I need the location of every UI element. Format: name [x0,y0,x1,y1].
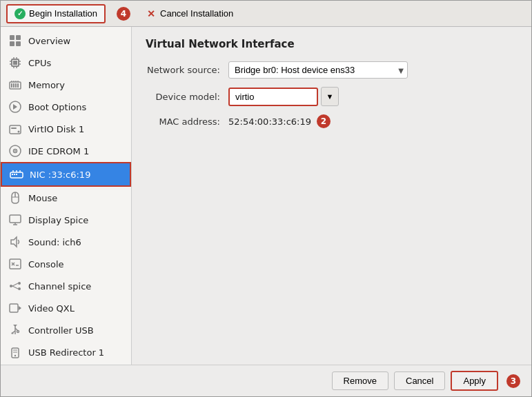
sidebar-item-cpus-label: CPUs [28,58,51,68]
usb-icon [8,323,23,338]
mac-address-row: MAC address: 52:54:00:33:c6:19 2 [146,114,518,128]
svg-rect-59 [12,333,14,334]
cancel-button[interactable]: Cancel [394,371,445,390]
usb-redirect-1-icon [8,345,23,360]
cancel-installation-label: Cancel Installation [160,8,233,19]
main-content: Overview CPUs Memory [1,27,531,365]
cpu-icon [8,55,23,70]
svg-line-50 [12,283,18,286]
right-panel: Virtual Network Interface Network source… [132,27,531,365]
sidebar-item-video-qxl-label: Video QXL [28,303,75,314]
check-icon: ✓ [14,8,26,19]
sidebar-item-virtio-disk[interactable]: VirtIO Disk 1 [1,118,131,140]
sidebar-item-nic-label: NIC :33:c6:19 [30,170,90,180]
device-model-row: Device model: ▼ [146,87,518,106]
svg-marker-53 [19,306,21,310]
device-model-input[interactable] [228,88,318,106]
sidebar-item-channel-spice-label: Channel spice [28,281,91,292]
network-source-select-wrapper: Bridge br0: Host device ens33 ▼ [228,61,408,79]
svg-line-51 [12,286,18,289]
step2-badge: 2 [317,114,331,128]
sidebar-item-display-spice-label: Display Spice [28,215,88,225]
svg-rect-15 [11,83,12,88]
sidebar-item-controller-usb[interactable]: Controller USB [1,319,131,341]
svg-rect-2 [10,41,14,46]
svg-rect-3 [16,41,21,46]
svg-marker-42 [11,237,17,247]
mac-address-value: 52:54:00:33:c6:19 [228,116,311,127]
sidebar-item-usb-redirector-1-label: USB Redirector 1 [28,347,104,358]
sidebar-item-virtio-disk-label: VirtIO Disk 1 [28,124,84,134]
panel-title: Virtual Network Interface [146,38,518,50]
sidebar-item-mouse[interactable]: Mouse [1,187,131,209]
sidebar-item-overview[interactable]: Overview [1,30,131,52]
begin-installation-button[interactable]: ✓ Begin Installation [6,4,106,23]
svg-rect-32 [14,174,15,175]
svg-point-29 [14,150,16,152]
sidebar-item-overview-label: Overview [28,36,70,46]
cancel-installation-button[interactable]: ✕ Cancel Installation [139,6,240,22]
cdrom-icon [8,143,23,159]
apply-button[interactable]: Apply [451,371,498,391]
sidebar-item-sound[interactable]: Sound: ich6 [1,231,131,253]
svg-rect-39 [10,215,21,223]
svg-point-48 [18,282,21,285]
sidebar-item-video-qxl[interactable]: Video QXL [1,297,131,319]
sidebar-item-console[interactable]: Console [1,253,131,275]
svg-rect-1 [16,35,21,40]
cancel-icon: ✕ [146,8,157,19]
svg-point-49 [18,287,21,290]
video-icon [8,301,23,316]
svg-rect-26 [11,128,17,129]
toolbar: ✓ Begin Installation 4 ✕ Cancel Installa… [1,1,531,27]
begin-installation-label: Begin Installation [29,8,97,19]
svg-point-25 [18,131,20,133]
sidebar-item-ide-cdrom[interactable]: IDE CDROM 1 [1,140,131,162]
sidebar-item-boot-options[interactable]: Boot Options [1,96,131,118]
memory-icon [8,77,23,92]
sidebar-item-memory-label: Memory [28,80,65,90]
svg-point-57 [17,331,19,333]
remove-button[interactable]: Remove [332,371,388,390]
overview-icon [8,33,23,48]
sidebar-item-mouse-label: Mouse [28,193,57,203]
main-window: ✓ Begin Installation 4 ✕ Cancel Installa… [0,0,532,397]
boot-icon [8,99,23,114]
network-source-select[interactable]: Bridge br0: Host device ens33 [228,61,408,79]
sidebar-item-boot-options-label: Boot Options [28,102,86,112]
bottom-bar: Remove Cancel Apply 3 [1,365,531,396]
sidebar: Overview CPUs Memory [1,27,132,365]
sidebar-item-memory[interactable]: Memory [1,74,131,96]
display-icon [8,212,23,227]
sidebar-item-ide-cdrom-label: IDE CDROM 1 [28,146,89,156]
svg-rect-16 [13,83,14,88]
nic-icon [9,167,24,182]
sidebar-item-cpus[interactable]: CPUs [1,52,131,74]
sidebar-list: Overview CPUs Memory [1,27,131,365]
svg-point-47 [10,285,12,287]
device-model-dropdown-arrow-icon: ▼ [326,92,334,101]
sidebar-item-channel-spice[interactable]: Channel spice [1,275,131,297]
sidebar-item-nic[interactable]: NIC :33:c6:19 [1,162,131,187]
disk-icon [8,121,23,136]
svg-rect-17 [15,83,17,88]
svg-rect-18 [17,83,19,88]
svg-rect-33 [16,174,17,175]
network-source-label: Network source: [146,65,228,75]
sidebar-item-controller-usb-label: Controller USB [28,325,94,336]
svg-rect-0 [10,35,14,40]
svg-rect-5 [13,61,17,65]
device-model-controls: ▼ [228,87,339,106]
sidebar-item-sound-label: Sound: ich6 [28,237,81,247]
sidebar-item-console-label: Console [28,259,64,269]
sidebar-item-usb-redirector-1[interactable]: USB Redirector 1 [1,341,131,363]
step3-badge: 3 [506,374,520,388]
mac-address-label: MAC address: [146,116,228,127]
device-model-dropdown-button[interactable]: ▼ [321,87,339,106]
svg-rect-43 [10,259,21,269]
channel-icon [8,278,23,294]
svg-rect-52 [10,304,18,312]
console-icon [8,256,23,272]
sidebar-item-display-spice[interactable]: Display Spice [1,209,131,231]
mouse-icon [8,190,23,205]
